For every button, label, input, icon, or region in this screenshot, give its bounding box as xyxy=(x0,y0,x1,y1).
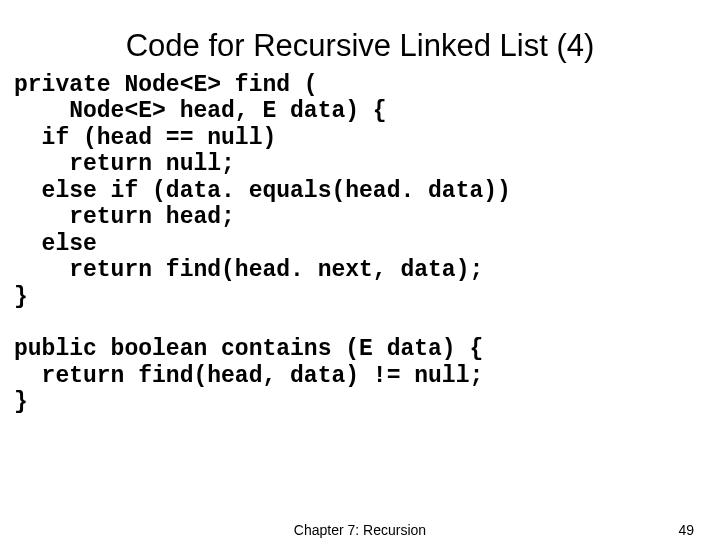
footer-page-number: 49 xyxy=(678,522,694,538)
page-title: Code for Recursive Linked List (4) xyxy=(0,28,720,64)
footer-chapter: Chapter 7: Recursion xyxy=(294,522,426,538)
code-listing: private Node<E> find ( Node<E> head, E d… xyxy=(14,72,720,416)
